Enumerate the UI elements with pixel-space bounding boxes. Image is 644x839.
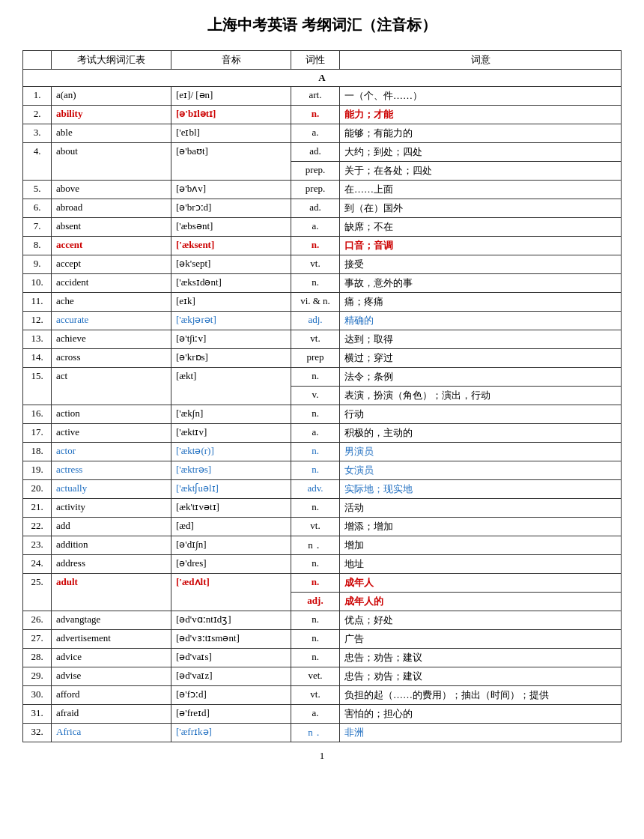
entry-phonetic: [əd'vɜːtɪsmənt] [171,630,291,649]
entry-word: accent [52,237,171,255]
entry-phonetic: ['æksent] [171,237,291,255]
header-pos: 词性 [291,51,340,70]
entry-pos: n. [291,443,340,461]
header-phonetic: 音标 [171,51,291,70]
entry-phonetic: ['æktʃuəlɪ] [171,480,291,499]
entry-num: 30. [23,686,52,705]
entry-num: 31. [23,705,52,724]
entry-pos: a. [291,705,340,724]
entry-num: 14. [23,349,52,368]
entry-meaning: 能力；才能 [340,106,622,124]
entry-word: across [52,349,171,368]
entry-phonetic: ['æktə(r)] [171,443,291,461]
entry-phonetic: [ə'brɔːd] [171,199,291,218]
entry-num: 21. [23,499,52,518]
table-row: 2.ability[ə'bɪlətɪ]n.能力；才能 [23,106,622,124]
entry-num: 8. [23,237,52,255]
entry-word: above [52,181,171,199]
table-row: 18.actor['æktə(r)]n.男演员 [23,443,622,461]
entry-word: advice [52,649,171,667]
entry-meaning: 能够；有能力的 [340,124,622,143]
entry-word: advise [52,667,171,686]
entry-pos: n. [291,499,340,518]
entry-meaning: 优点；好处 [340,611,622,630]
entry-num: 23. [23,536,52,555]
entry-pos: prep [291,349,340,368]
table-row: 11.ache[eɪk]vi. & n.痛；疼痛 [23,293,622,312]
entry-meaning: 积极的，主动的 [340,424,622,443]
entry-num: 5. [23,181,52,199]
table-row: 14.across[ə'krɒs]prep横过；穿过 [23,349,622,368]
entry-num: 12. [23,312,52,330]
entry-pos: a. [291,124,340,143]
entry-pos: n. [291,274,340,293]
entry-pos: vt. [291,518,340,536]
entry-num: 2. [23,106,52,124]
entry-meaning: 口音；音调 [340,237,622,255]
entry-num: 25. [23,574,52,611]
entry-meaning: 非洲 [340,724,622,742]
entry-meaning: 地址 [340,555,622,574]
entry-word: active [52,424,171,443]
entry-phonetic: [ə'krɒs] [171,349,291,368]
entry-meaning: 达到；取得 [340,330,622,349]
table-row: 1.a(an)[eɪ]/ [ən]art.一（个、件……） [23,87,622,106]
entry-word: addition [52,536,171,555]
entry-meaning: 事故，意外的事 [340,274,622,293]
entry-word: actress [52,461,171,480]
entry-phonetic: ['æbsənt] [171,218,291,237]
entry-word: ache [52,293,171,312]
entry-num: 15. [23,368,52,405]
entry-meaning: 痛；疼痛 [340,293,622,312]
entry-pos: prep. [291,162,340,181]
entry-pos: adv. [291,480,340,499]
table-row: 21.activity[æk'tɪvətɪ]n.活动 [23,499,622,518]
entry-word: accept [52,255,171,274]
entry-meaning: 到（在）国外 [340,199,622,218]
page-number: 1 [22,750,622,762]
entry-word: add [52,518,171,536]
entry-pos: a. [291,424,340,443]
entry-meaning: 表演，扮演（角色）；演出，行动 [340,387,622,405]
entry-word: abroad [52,199,171,218]
header-num [23,51,52,70]
entry-num: 11. [23,293,52,312]
table-row: 22.add[æd]vt.增添；增加 [23,518,622,536]
table-row: 15.act[ækt]n.法令；条例 [23,368,622,387]
table-row: 10.accident['æksɪdənt]n.事故，意外的事 [23,274,622,293]
entry-pos: n. [291,649,340,667]
entry-phonetic: [ækt] [171,368,291,405]
entry-num: 4. [23,143,52,181]
entry-pos: vt. [291,686,340,705]
table-row: 31.afraid[ə'freɪd]a.害怕的；担心的 [23,705,622,724]
entry-pos: n. [291,555,340,574]
entry-num: 9. [23,255,52,274]
entry-phonetic: [eɪ]/ [ən] [171,87,291,106]
entry-pos: vi. & n. [291,293,340,312]
table-row: 12.accurate['ækjərət]adj.精确的 [23,312,622,330]
table-row: 4.about[ə'baʊt]ad.大约；到处；四处 [23,143,622,162]
entry-word: able [52,124,171,143]
entry-meaning: 精确的 [340,312,622,330]
entry-word: afraid [52,705,171,724]
entry-word: advertisement [52,630,171,649]
entry-pos: adj. [291,312,340,330]
entry-pos: n. [291,106,340,124]
entry-pos: n. [291,405,340,424]
entry-phonetic: ['ædʌlt] [171,574,291,611]
table-row: 6.abroad[ə'brɔːd]ad.到（在）国外 [23,199,622,218]
entry-meaning: 活动 [340,499,622,518]
entry-pos: n. [291,368,340,387]
entry-word: ability [52,106,171,124]
table-row: 8.accent['æksent]n.口音；音调 [23,237,622,255]
entry-pos: n. [291,630,340,649]
entry-num: 7. [23,218,52,237]
header-word: 考试大纲词汇表 [52,51,171,70]
entry-pos: n． [291,724,340,742]
table-row: 7.absent['æbsənt]a.缺席；不在 [23,218,622,237]
entry-num: 19. [23,461,52,480]
entry-num: 20. [23,480,52,499]
entry-num: 13. [23,330,52,349]
entry-phonetic: ['eɪbl] [171,124,291,143]
entry-word: action [52,405,171,424]
